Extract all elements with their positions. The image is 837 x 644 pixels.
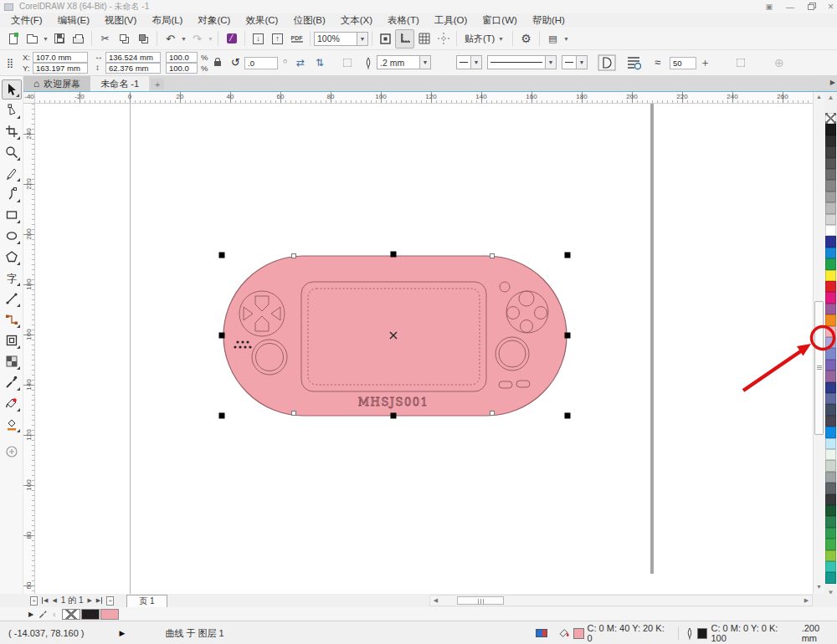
palette-scroll-up-icon[interactable]: ▲ — [824, 94, 837, 101]
import-button[interactable]: ↓ — [249, 29, 268, 49]
menu-item-0[interactable]: 文件(F) — [3, 14, 50, 27]
tab-welcome-screen[interactable]: ⌂ 欢迎屏幕 — [23, 76, 90, 91]
menu-item-4[interactable]: 对象(C) — [190, 14, 238, 27]
ellipse-tool[interactable] — [2, 226, 22, 246]
palette-swatch-18[interactable] — [825, 314, 836, 325]
paste-button[interactable] — [134, 29, 153, 49]
combine-icon[interactable] — [343, 59, 352, 67]
interactive-fill-tool[interactable] — [2, 393, 22, 413]
text-tool[interactable]: 字 — [2, 268, 22, 288]
palette-swatch-3[interactable] — [825, 146, 836, 157]
drawing-canvas[interactable]: MHSJS001 — [35, 104, 813, 594]
palette-swatch-1[interactable] — [825, 124, 836, 135]
horizontal-scrollbar[interactable]: ◀ ▶ — [429, 595, 813, 606]
doc-swatch-1[interactable] — [81, 609, 100, 620]
show-grid-button[interactable] — [414, 29, 434, 49]
save-button[interactable] — [49, 29, 69, 49]
scroll-up-icon[interactable]: ▲ — [814, 92, 824, 102]
doc-swatch-2[interactable] — [100, 609, 119, 620]
arrow-start-selector[interactable] — [456, 55, 471, 69]
palette-swatch-34[interactable] — [825, 494, 836, 505]
redo-dropdown[interactable]: ▼ — [207, 36, 214, 42]
prev-page-icon[interactable]: ◀ — [52, 597, 56, 604]
palette-swatch-29[interactable] — [825, 438, 836, 449]
status-flyout-icon[interactable]: ▶ — [120, 629, 126, 637]
text-wrap-icon[interactable] — [626, 55, 641, 70]
application-launcher-button[interactable]: ▤ — [543, 29, 562, 49]
new-document-button[interactable] — [3, 29, 23, 49]
search-content-button[interactable]: ⁄ — [222, 29, 241, 49]
mirror-vertical-icon[interactable]: ⇅ — [316, 57, 324, 69]
print-button[interactable] — [69, 29, 88, 49]
menu-item-1[interactable]: 编辑(E) — [50, 14, 97, 27]
object-width-field[interactable] — [105, 52, 161, 63]
close-curve-icon[interactable] — [598, 54, 616, 71]
palette-swatch-13[interactable] — [825, 258, 836, 269]
palette-swatch-4[interactable] — [825, 158, 836, 169]
first-page-icon[interactable]: ◀ — [42, 597, 48, 604]
arrow-end-selector[interactable] — [562, 55, 577, 69]
palette-swatch-no-fill[interactable] — [825, 113, 836, 124]
cut-button[interactable]: ✂ — [95, 29, 115, 49]
connector-tool[interactable] — [2, 309, 22, 330]
new-tab-button[interactable]: + — [151, 79, 164, 89]
transparency-tool[interactable] — [2, 351, 22, 371]
polygon-tool[interactable] — [2, 247, 22, 267]
doc-palette-flyout-icon[interactable]: ▶ — [28, 611, 33, 618]
scale-h-field[interactable] — [166, 52, 198, 63]
palette-swatch-23[interactable] — [825, 371, 836, 381]
palette-swatch-8[interactable] — [825, 202, 836, 213]
undo-button[interactable]: ↶ — [161, 29, 180, 49]
minimize-button[interactable]: — — [786, 3, 794, 12]
palette-swatch-26[interactable] — [825, 404, 836, 415]
menu-item-11[interactable]: 帮助(H) — [525, 14, 573, 27]
redo-button[interactable]: ↷ — [187, 29, 207, 49]
export-button[interactable]: ↑ — [268, 29, 287, 49]
menu-item-9[interactable]: 工具(O) — [427, 14, 475, 27]
menu-item-7[interactable]: 文本(X) — [333, 14, 380, 27]
scroll-down-icon[interactable]: ▼ — [814, 582, 824, 592]
y-position-field[interactable] — [33, 63, 88, 74]
line-style-selector[interactable] — [487, 55, 546, 69]
palette-swatch-25[interactable] — [825, 393, 836, 404]
rotation-angle-field[interactable] — [244, 57, 278, 69]
palette-swatch-15[interactable] — [825, 281, 836, 292]
add-page-before-button[interactable]: + — [30, 596, 38, 606]
open-dropdown[interactable]: ▼ — [42, 36, 49, 42]
horizontal-scroll-thumb[interactable] — [457, 596, 504, 605]
zoom-tool[interactable] — [2, 142, 22, 162]
palette-swatch-7[interactable] — [825, 192, 836, 202]
palette-swatch-27[interactable] — [825, 416, 836, 427]
copy-button[interactable] — [115, 29, 134, 49]
palette-swatch-5[interactable] — [825, 169, 836, 180]
console-object[interactable]: MHSJS001 — [223, 256, 567, 416]
publish-pdf-button[interactable]: PDF — [287, 29, 306, 49]
outline-width-dropdown[interactable]: ▼ — [420, 55, 431, 69]
palette-swatch-39[interactable] — [825, 550, 836, 561]
menu-item-5[interactable]: 效果(C) — [238, 14, 285, 27]
doc-palette-eyedropper-icon[interactable] — [39, 609, 49, 619]
launcher-dropdown[interactable]: ▼ — [562, 36, 570, 42]
next-page-icon[interactable]: ▶ — [87, 597, 91, 604]
arrow-end-dropdown[interactable]: ▼ — [577, 55, 588, 69]
close-button[interactable]: × — [828, 1, 834, 13]
palette-swatch-2[interactable] — [825, 135, 836, 146]
add-tools-button[interactable] — [2, 442, 22, 462]
smart-fill-tool[interactable] — [2, 414, 22, 434]
palette-swatch-40[interactable] — [825, 561, 836, 572]
line-style-dropdown[interactable]: ▼ — [546, 55, 557, 69]
scroll-right-icon[interactable]: ▶ — [801, 595, 812, 606]
vertical-scroll-thumb[interactable] — [814, 301, 824, 435]
palette-swatch-24[interactable] — [825, 382, 836, 393]
doc-swatch-no-fill[interactable] — [62, 609, 80, 620]
lock-ratio-icon[interactable] — [214, 61, 221, 66]
palette-swatch-37[interactable] — [825, 528, 836, 539]
shape-tool[interactable] — [2, 100, 22, 120]
fill-color-swatch[interactable] — [573, 628, 584, 639]
x-position-field[interactable] — [33, 52, 88, 63]
artistic-media-tool[interactable] — [2, 184, 22, 204]
palette-swatch-35[interactable] — [825, 505, 836, 516]
add-page-after-button[interactable]: + — [106, 596, 114, 606]
menu-item-6[interactable]: 位图(B) — [285, 14, 332, 27]
palette-swatch-21[interactable] — [825, 348, 836, 359]
